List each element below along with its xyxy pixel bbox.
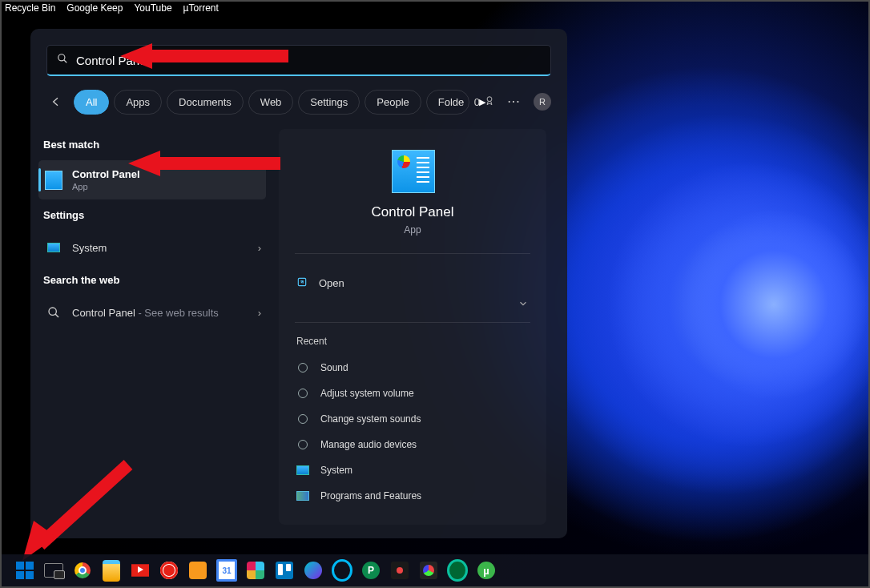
taskbar-youtube-music[interactable]: [159, 560, 179, 581]
taskbar-chrome[interactable]: [72, 560, 93, 581]
system-icon: [45, 239, 62, 256]
result-title: Control Panel: [72, 168, 261, 180]
recent-programs-and-features[interactable]: Programs and Features: [295, 483, 530, 509]
recent-label: Programs and Features: [320, 490, 421, 501]
speaker-icon: [296, 413, 309, 425]
svg-point-2: [487, 96, 492, 101]
medal-icon: [484, 95, 495, 109]
open-label: Open: [319, 277, 344, 289]
open-action[interactable]: Open: [295, 272, 530, 295]
desktop-icon-labels: Recycle Bin Google Keep YouTube µTorrent: [5, 2, 219, 14]
search-box[interactable]: Control Panel: [46, 45, 551, 76]
search-icon: [57, 53, 68, 67]
section-search-web: Search the web: [38, 264, 266, 296]
taskbar-app-blue-ring[interactable]: [332, 560, 352, 581]
taskbar-davinci-resolve[interactable]: [418, 560, 439, 581]
section-best-match: Best match: [38, 129, 266, 160]
control-panel-large-icon: [392, 150, 433, 191]
desktop-icon-google-keep[interactable]: Google Keep: [66, 2, 123, 14]
details-card: Control Panel App Open Recent Sound Adju…: [279, 129, 546, 525]
recent-system[interactable]: System: [295, 457, 530, 483]
taskbar-app-green-circle[interactable]: P: [360, 560, 381, 581]
taskbar-canva[interactable]: [303, 560, 324, 581]
details-title: Control Panel: [295, 204, 530, 220]
result-subtitle: App: [72, 182, 261, 191]
filter-apps[interactable]: Apps: [114, 90, 162, 115]
recent-label: System: [320, 465, 352, 476]
filter-documents[interactable]: Documents: [167, 90, 244, 115]
speaker-icon: [296, 438, 309, 451]
result-settings-system[interactable]: System ›: [38, 231, 266, 264]
result-best-match-control-panel[interactable]: Control Panel App: [38, 160, 266, 199]
results-right-column: Control Panel App Open Recent Sound Adju…: [271, 121, 564, 533]
result-web-control-panel[interactable]: Control Panel - See web results ›: [38, 296, 266, 329]
open-icon: [296, 276, 308, 290]
taskbar-file-explorer[interactable]: [101, 560, 122, 581]
recent-sound[interactable]: Sound: [295, 355, 530, 381]
start-button[interactable]: [14, 560, 35, 581]
recent-adjust-system-volume[interactable]: Adjust system volume: [295, 381, 530, 406]
web-result-title: Control Panel: [72, 307, 135, 319]
recent-label: Manage audio devices: [320, 439, 417, 450]
svg-line-4: [55, 314, 58, 317]
taskbar-audible[interactable]: [187, 560, 208, 581]
recent-heading: Recent: [295, 336, 530, 355]
filter-row: All Apps Documents Web Settings People F…: [42, 89, 558, 115]
svg-point-3: [49, 308, 56, 315]
search-icon: [45, 304, 62, 321]
taskbar-utorrent[interactable]: µ: [476, 560, 497, 581]
details-subtitle: App: [295, 224, 530, 236]
speaker-icon: [296, 387, 309, 400]
chevron-right-icon: ›: [258, 242, 261, 254]
back-button[interactable]: [42, 89, 70, 115]
filter-settings[interactable]: Settings: [298, 90, 360, 115]
search-input[interactable]: Control Panel: [76, 54, 541, 67]
task-view-button[interactable]: [43, 560, 64, 581]
recent-change-system-sounds[interactable]: Change system sounds: [295, 406, 530, 432]
result-label: System: [72, 242, 248, 254]
taskbar-app-red-dot[interactable]: [389, 560, 410, 581]
taskbar-slack[interactable]: [245, 560, 266, 581]
taskbar-trello[interactable]: [274, 560, 295, 581]
user-avatar[interactable]: R: [534, 93, 551, 111]
taskbar-google-calendar[interactable]: 31: [216, 560, 237, 581]
speaker-icon: [296, 361, 309, 374]
system-icon: [296, 464, 309, 477]
control-panel-icon: [45, 171, 62, 189]
taskbar-youtube[interactable]: [130, 560, 151, 581]
svg-point-0: [58, 54, 65, 61]
desktop-icon-youtube[interactable]: YouTube: [134, 2, 171, 14]
desktop-icon-recycle-bin[interactable]: Recycle Bin: [5, 2, 55, 14]
recent-manage-audio-devices[interactable]: Manage audio devices: [295, 432, 530, 457]
chevron-right-icon: ›: [258, 307, 261, 319]
taskbar: 31 P µ: [0, 554, 870, 586]
filter-folders[interactable]: Folde: [426, 90, 470, 115]
svg-line-1: [64, 60, 67, 63]
recent-label: Adjust system volume: [320, 388, 414, 399]
section-settings: Settings: [38, 199, 266, 231]
recent-label: Sound: [320, 362, 348, 373]
web-result-suffix: - See web results: [135, 307, 219, 319]
rewards-indicator[interactable]: 0: [474, 95, 495, 109]
taskbar-app-teal-ring[interactable]: [447, 560, 468, 581]
start-search-panel: Control Panel All Apps Documents Web Set…: [30, 29, 567, 538]
filter-web[interactable]: Web: [248, 90, 294, 115]
recent-label: Change system sounds: [320, 413, 421, 425]
filter-people[interactable]: People: [365, 90, 421, 115]
more-options-button[interactable]: ···: [508, 97, 521, 107]
results-left-column: Best match Control Panel App Settings Sy…: [30, 121, 271, 533]
desktop-icon-utorrent[interactable]: µTorrent: [183, 2, 219, 14]
programs-icon: [296, 489, 309, 502]
rewards-points: 0: [474, 96, 480, 108]
expand-actions[interactable]: [295, 295, 530, 309]
filter-all[interactable]: All: [74, 90, 109, 115]
